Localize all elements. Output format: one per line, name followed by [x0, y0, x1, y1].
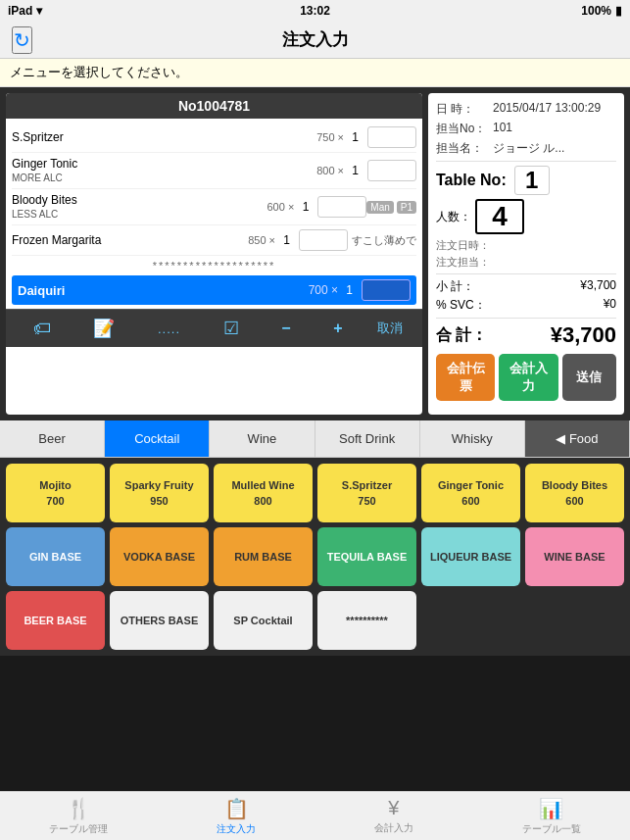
item-3-qty: 1 — [294, 200, 314, 214]
order-item-2[interactable]: Ginger Tonic MORE ALC 800 × 1 — [12, 153, 416, 189]
edit-button[interactable]: 📝 — [85, 316, 122, 341]
tab-beer-label: Beer — [38, 431, 65, 446]
active-item-qty: 1 — [338, 283, 358, 297]
beer-base-name: BEER BASE — [24, 614, 86, 627]
tab-cocktail[interactable]: Cocktail — [105, 420, 210, 457]
menu-dots[interactable]: ********** — [317, 591, 416, 650]
menu-vodka-base[interactable]: VODKA BASE — [110, 527, 209, 586]
order-input-icon: 📋 — [224, 797, 249, 820]
subtotal-label: 小 計： — [436, 278, 474, 295]
bloody-bites-price: 600 — [565, 494, 583, 508]
cancel-button[interactable]: 取消 — [377, 320, 403, 337]
minus-button[interactable]: − — [273, 318, 298, 339]
ipad-label: iPad — [8, 4, 32, 18]
vodka-base-name: VODKA BASE — [123, 550, 195, 564]
kaigai-button[interactable]: 会計伝票 — [436, 354, 495, 401]
menu-ginger-tonic[interactable]: Ginger Tonic 600 — [421, 464, 520, 522]
ginger-tonic-price: 600 — [461, 494, 479, 508]
active-item-price: 700 × — [309, 283, 338, 297]
tab-whisky-label: Whisky — [452, 431, 493, 446]
tab-food[interactable]: ◀ Food — [525, 420, 630, 457]
item-1-input[interactable] — [367, 126, 416, 148]
menu-rum-base[interactable]: RUM BASE — [214, 527, 313, 586]
menu-sp-cocktail[interactable]: SP Cocktail — [214, 591, 313, 650]
bottom-tab-table-list[interactable]: 📊 テーブル一覧 — [472, 792, 630, 840]
soshin-button[interactable]: 送信 — [562, 354, 616, 401]
menu-liqueur-base[interactable]: LIQUEUR BASE — [421, 527, 520, 586]
main-content: No1004781 S.Spritzer 750 × 1 Ginger Toni… — [0, 87, 630, 420]
info-panel: 日 時： 2015/04/17 13:00:29 担当No： 101 担当名： … — [428, 93, 624, 415]
payment-label: 会計入力 — [374, 821, 413, 835]
rum-base-name: RUM BASE — [234, 550, 292, 564]
tab-soft-drink[interactable]: Soft Drink — [315, 420, 420, 457]
item-1-name: S.Spritzer — [12, 130, 316, 144]
subtotal-row: 小 計： ¥3,700 — [436, 278, 616, 295]
sparky-fruity-price: 950 — [150, 494, 168, 508]
tab-food-label: ◀ Food — [556, 431, 598, 446]
total-label: 合 計： — [436, 325, 487, 346]
order-time-row: 注文日時： — [436, 238, 616, 253]
tab-whisky[interactable]: Whisky — [420, 420, 525, 457]
table-mgmt-icon: 🍴 — [67, 797, 91, 820]
bottom-tab-payment[interactable]: ¥ 会計入力 — [315, 792, 473, 840]
menu-mulled-wine[interactable]: Mulled Wine 800 — [214, 464, 313, 522]
active-item-input[interactable] — [362, 279, 411, 301]
svc-label: % SVC： — [436, 297, 486, 314]
dots-button[interactable]: ..... — [150, 320, 188, 338]
mulled-wine-price: 800 — [254, 494, 271, 508]
bottom-tab-order[interactable]: 📋 注文入力 — [158, 792, 315, 840]
bottom-tab-bar: 🍴 テーブル管理 📋 注文入力 ¥ 会計入力 📊 テーブル一覧 — [0, 791, 630, 840]
payment-icon: ¥ — [388, 797, 399, 819]
date-label: 日 時： — [436, 101, 493, 118]
tag-button[interactable]: 🏷 — [25, 317, 59, 341]
mojito-price: 700 — [46, 494, 64, 508]
table-no-value: 1 — [514, 166, 550, 195]
date-row: 日 時： 2015/04/17 13:00:29 — [436, 101, 616, 118]
staff-name-value: ジョージ ル... — [493, 140, 616, 157]
order-time-label: 注文日時： — [436, 238, 490, 253]
order-item-1[interactable]: S.Spritzer 750 × 1 — [12, 123, 416, 153]
battery-label: 100% — [581, 4, 611, 18]
date-value: 2015/04/17 13:00:29 — [493, 101, 616, 118]
menu-beer-base[interactable]: BEER BASE — [6, 591, 105, 650]
table-mgmt-label: テーブル管理 — [49, 822, 108, 836]
tab-beer[interactable]: Beer — [0, 420, 105, 457]
menu-tequila-base[interactable]: TEQUILA BASE — [317, 527, 416, 586]
item-3-multiplier: 600 × — [267, 201, 294, 213]
staff-no-label: 担当No： — [436, 121, 493, 137]
tab-wine[interactable]: Wine — [210, 420, 315, 457]
item-3-input[interactable] — [317, 196, 366, 218]
order-item-3[interactable]: Bloody Bites LESS ALC 600 × 1 Man P1 — [12, 189, 416, 225]
refresh-button[interactable]: ↻ — [12, 26, 32, 54]
category-tabs: Beer Cocktail Wine Soft Drink Whisky ◀ F… — [0, 420, 630, 458]
menu-sparky-fruity[interactable]: Sparky Fruity 950 — [110, 464, 209, 522]
instruction-bar: メニューを選択してください。 — [0, 59, 630, 87]
menu-gin-base[interactable]: GIN BASE — [6, 527, 105, 586]
menu-wine-base[interactable]: WINE BASE — [525, 527, 624, 586]
item-2-name: Ginger Tonic MORE ALC — [12, 157, 316, 184]
menu-others-base[interactable]: OTHERS BASE — [110, 591, 209, 650]
order-number: No1004781 — [6, 93, 422, 119]
people-value: 4 — [475, 199, 524, 234]
ginger-tonic-name: Ginger Tonic — [438, 478, 504, 492]
sspritzer-name: S.Spritzer — [342, 478, 392, 492]
item-4-multiplier: 850 × — [248, 234, 275, 246]
plus-button[interactable]: + — [325, 318, 350, 339]
menu-sspritzer[interactable]: S.Spritzer 750 — [317, 464, 416, 522]
sparky-fruity-name: Sparky Fruity — [124, 478, 193, 492]
order-item-4[interactable]: Frozen Margarita 850 × 1 すこし薄めで — [12, 225, 416, 256]
table-no-row: Table No: 1 — [436, 166, 616, 195]
kaikei-button[interactable]: 会計入力 — [499, 354, 557, 401]
order-items-list: S.Spritzer 750 × 1 Ginger Tonic MORE ALC… — [6, 119, 422, 309]
status-time: 13:02 — [300, 4, 330, 18]
table-list-label: テーブル一覧 — [522, 822, 581, 836]
item-4-qty: 1 — [275, 233, 295, 247]
item-2-input[interactable] — [367, 160, 416, 181]
menu-bloody-bites[interactable]: Bloody Bites 600 — [525, 464, 624, 522]
item-4-input[interactable] — [299, 229, 348, 251]
menu-mojito[interactable]: Mojito 700 — [6, 464, 105, 522]
check-button[interactable]: ☑ — [216, 316, 247, 341]
active-order-item[interactable]: Daiquiri 700 × 1 — [12, 275, 416, 305]
bottom-tab-table[interactable]: 🍴 テーブル管理 — [0, 792, 158, 840]
mojito-name: Mojito — [39, 478, 71, 492]
